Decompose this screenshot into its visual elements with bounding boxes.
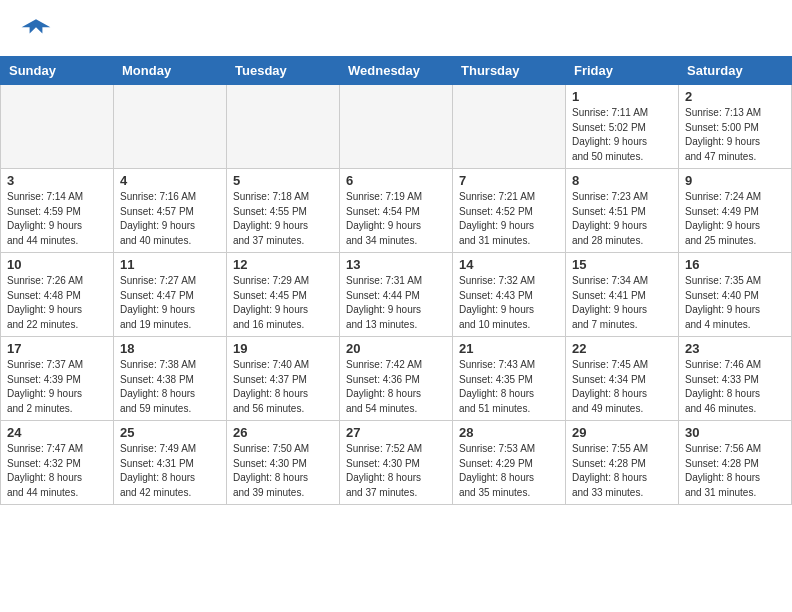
day-info-line: Sunrise: 7:14 AM bbox=[7, 190, 107, 205]
calendar-cell-week1-day6: 9Sunrise: 7:24 AMSunset: 4:49 PMDaylight… bbox=[679, 169, 792, 253]
day-number: 9 bbox=[685, 173, 785, 188]
day-info-line: and 40 minutes. bbox=[120, 234, 220, 249]
day-info-line: and 50 minutes. bbox=[572, 150, 672, 165]
day-info-line: Sunrise: 7:38 AM bbox=[120, 358, 220, 373]
day-info-line: Daylight: 9 hours bbox=[459, 219, 559, 234]
day-info-line: and 46 minutes. bbox=[685, 402, 785, 417]
day-info-line: Sunrise: 7:37 AM bbox=[7, 358, 107, 373]
day-info-line: and 47 minutes. bbox=[685, 150, 785, 165]
day-info-line: Daylight: 9 hours bbox=[120, 303, 220, 318]
day-info-line: and 31 minutes. bbox=[459, 234, 559, 249]
day-info-line: Sunset: 4:59 PM bbox=[7, 205, 107, 220]
day-number: 1 bbox=[572, 89, 672, 104]
calendar-table: SundayMondayTuesdayWednesdayThursdayFrid… bbox=[0, 56, 792, 505]
svg-marker-0 bbox=[22, 19, 51, 33]
day-info-line: Sunrise: 7:45 AM bbox=[572, 358, 672, 373]
day-number: 23 bbox=[685, 341, 785, 356]
logo-icon bbox=[20, 16, 52, 48]
day-number: 16 bbox=[685, 257, 785, 272]
day-info-line: Sunset: 4:30 PM bbox=[346, 457, 446, 472]
day-info-line: Sunrise: 7:34 AM bbox=[572, 274, 672, 289]
day-info-line: Daylight: 9 hours bbox=[685, 135, 785, 150]
day-number: 30 bbox=[685, 425, 785, 440]
weekday-header-wednesday: Wednesday bbox=[340, 57, 453, 85]
day-info-line: Sunrise: 7:27 AM bbox=[120, 274, 220, 289]
day-info-line: and 22 minutes. bbox=[7, 318, 107, 333]
day-info-line: Sunset: 4:40 PM bbox=[685, 289, 785, 304]
day-info-line: Sunset: 4:32 PM bbox=[7, 457, 107, 472]
day-info-line: Sunset: 4:47 PM bbox=[120, 289, 220, 304]
day-info-line: Daylight: 9 hours bbox=[233, 303, 333, 318]
calendar-cell-week1-day3: 6Sunrise: 7:19 AMSunset: 4:54 PMDaylight… bbox=[340, 169, 453, 253]
day-info-line: Sunrise: 7:32 AM bbox=[459, 274, 559, 289]
day-info-line: Sunset: 4:30 PM bbox=[233, 457, 333, 472]
day-info-line: and 13 minutes. bbox=[346, 318, 446, 333]
day-info-line: Sunset: 4:54 PM bbox=[346, 205, 446, 220]
day-info-line: Sunset: 5:00 PM bbox=[685, 121, 785, 136]
day-info-line: and 44 minutes. bbox=[7, 486, 107, 501]
header bbox=[0, 0, 792, 56]
day-info-line: Daylight: 8 hours bbox=[572, 387, 672, 402]
day-info-line: Sunset: 4:51 PM bbox=[572, 205, 672, 220]
day-info-line: Sunrise: 7:46 AM bbox=[685, 358, 785, 373]
day-info-line: Sunset: 4:28 PM bbox=[685, 457, 785, 472]
day-info-line: Sunrise: 7:24 AM bbox=[685, 190, 785, 205]
day-info-line: Daylight: 9 hours bbox=[7, 303, 107, 318]
weekday-header-tuesday: Tuesday bbox=[227, 57, 340, 85]
day-info-line: Daylight: 8 hours bbox=[233, 471, 333, 486]
day-info-line: and 19 minutes. bbox=[120, 318, 220, 333]
day-info-line: Sunrise: 7:40 AM bbox=[233, 358, 333, 373]
day-info-line: Sunrise: 7:19 AM bbox=[346, 190, 446, 205]
calendar-cell-week1-day4: 7Sunrise: 7:21 AMSunset: 4:52 PMDaylight… bbox=[453, 169, 566, 253]
day-info-line: Daylight: 9 hours bbox=[572, 303, 672, 318]
calendar-cell-week3-day2: 19Sunrise: 7:40 AMSunset: 4:37 PMDayligh… bbox=[227, 337, 340, 421]
day-info-line: Sunrise: 7:35 AM bbox=[685, 274, 785, 289]
weekday-header-saturday: Saturday bbox=[679, 57, 792, 85]
day-info-line: Sunrise: 7:16 AM bbox=[120, 190, 220, 205]
day-number: 4 bbox=[120, 173, 220, 188]
day-info-line: and 37 minutes. bbox=[233, 234, 333, 249]
day-info-line: Sunrise: 7:29 AM bbox=[233, 274, 333, 289]
day-info-line: Daylight: 8 hours bbox=[459, 471, 559, 486]
calendar-cell-week3-day4: 21Sunrise: 7:43 AMSunset: 4:35 PMDayligh… bbox=[453, 337, 566, 421]
day-info-line: Sunset: 4:36 PM bbox=[346, 373, 446, 388]
calendar-cell-week4-day1: 25Sunrise: 7:49 AMSunset: 4:31 PMDayligh… bbox=[114, 421, 227, 505]
day-number: 20 bbox=[346, 341, 446, 356]
day-info-line: and 51 minutes. bbox=[459, 402, 559, 417]
day-info-line: and 33 minutes. bbox=[572, 486, 672, 501]
calendar-cell-week3-day5: 22Sunrise: 7:45 AMSunset: 4:34 PMDayligh… bbox=[566, 337, 679, 421]
calendar-cell-week3-day3: 20Sunrise: 7:42 AMSunset: 4:36 PMDayligh… bbox=[340, 337, 453, 421]
day-number: 6 bbox=[346, 173, 446, 188]
day-info-line: and 35 minutes. bbox=[459, 486, 559, 501]
day-number: 28 bbox=[459, 425, 559, 440]
day-info-line: Daylight: 9 hours bbox=[572, 135, 672, 150]
day-info-line: Sunrise: 7:31 AM bbox=[346, 274, 446, 289]
calendar-cell-week2-day5: 15Sunrise: 7:34 AMSunset: 4:41 PMDayligh… bbox=[566, 253, 679, 337]
calendar-cell-week3-day0: 17Sunrise: 7:37 AMSunset: 4:39 PMDayligh… bbox=[1, 337, 114, 421]
day-info-line: Sunset: 4:37 PM bbox=[233, 373, 333, 388]
day-info-line: Sunset: 4:35 PM bbox=[459, 373, 559, 388]
day-number: 3 bbox=[7, 173, 107, 188]
day-info-line: Daylight: 9 hours bbox=[346, 303, 446, 318]
day-info-line: Sunrise: 7:23 AM bbox=[572, 190, 672, 205]
day-info-line: Daylight: 8 hours bbox=[346, 387, 446, 402]
day-number: 14 bbox=[459, 257, 559, 272]
weekday-header-monday: Monday bbox=[114, 57, 227, 85]
calendar-cell-week4-day3: 27Sunrise: 7:52 AMSunset: 4:30 PMDayligh… bbox=[340, 421, 453, 505]
day-info-line: Sunset: 4:45 PM bbox=[233, 289, 333, 304]
calendar-cell-week2-day2: 12Sunrise: 7:29 AMSunset: 4:45 PMDayligh… bbox=[227, 253, 340, 337]
day-info-line: Sunrise: 7:56 AM bbox=[685, 442, 785, 457]
day-info-line: Sunset: 4:55 PM bbox=[233, 205, 333, 220]
day-number: 21 bbox=[459, 341, 559, 356]
day-info-line: and 39 minutes. bbox=[233, 486, 333, 501]
day-number: 17 bbox=[7, 341, 107, 356]
weekday-header-thursday: Thursday bbox=[453, 57, 566, 85]
day-info-line: and 4 minutes. bbox=[685, 318, 785, 333]
calendar-cell-week1-day5: 8Sunrise: 7:23 AMSunset: 4:51 PMDaylight… bbox=[566, 169, 679, 253]
calendar-cell-week2-day3: 13Sunrise: 7:31 AMSunset: 4:44 PMDayligh… bbox=[340, 253, 453, 337]
day-info-line: Daylight: 8 hours bbox=[7, 471, 107, 486]
calendar-cell-week0-day5: 1Sunrise: 7:11 AMSunset: 5:02 PMDaylight… bbox=[566, 85, 679, 169]
day-info-line: and 54 minutes. bbox=[346, 402, 446, 417]
day-info-line: Daylight: 9 hours bbox=[120, 219, 220, 234]
calendar-cell-week1-day0: 3Sunrise: 7:14 AMSunset: 4:59 PMDaylight… bbox=[1, 169, 114, 253]
